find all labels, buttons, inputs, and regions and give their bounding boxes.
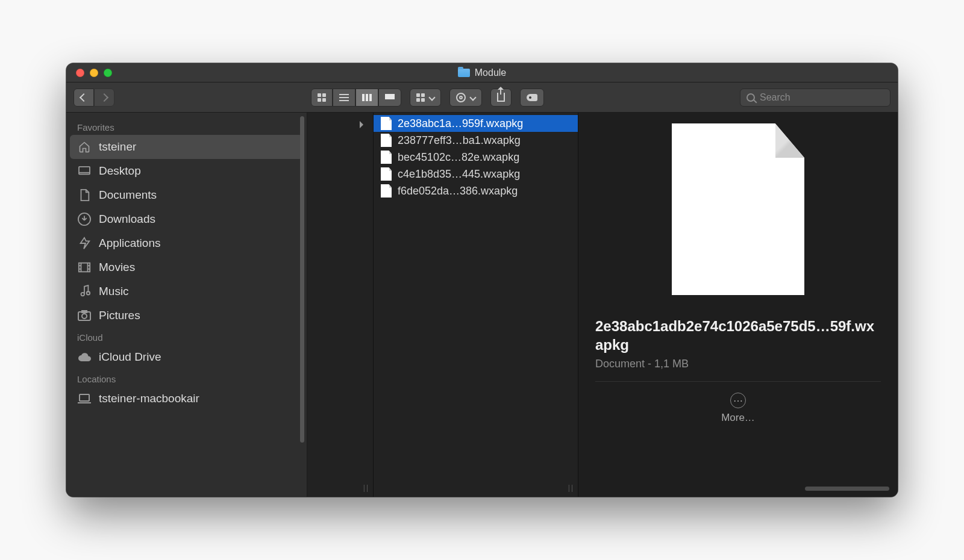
forward-button[interactable] <box>94 89 114 107</box>
document-icon <box>381 167 392 181</box>
preview-metadata: Document - 1,1 MB <box>595 358 881 370</box>
sidebar-item-documents[interactable]: Documents <box>66 183 307 207</box>
toolbar: Search <box>66 82 898 113</box>
sidebar-item-music[interactable]: Music <box>66 279 307 303</box>
view-list-button[interactable] <box>333 89 355 107</box>
sidebar-item-label: Movies <box>99 261 135 274</box>
sidebar-item-label: Desktop <box>99 164 141 178</box>
file-name: 2e38abc1a…959f.wxapkg <box>398 117 523 130</box>
sidebar-item-tsteiner-macbookair[interactable]: tsteiner-macbookair <box>66 387 307 411</box>
file-name: c4e1b8d35…445.wxapkg <box>398 168 520 181</box>
sidebar-item-label: Pictures <box>99 309 140 322</box>
svg-point-12 <box>82 314 87 319</box>
column-parent[interactable]: || <box>307 113 374 497</box>
column-resize-handle[interactable]: || <box>568 484 574 492</box>
sidebar-item-label: Applications <box>99 237 160 250</box>
fullscreen-window-button[interactable] <box>104 69 112 77</box>
document-icon <box>381 134 392 147</box>
sidebar-item-movies[interactable]: Movies <box>66 255 307 279</box>
sidebar-item-icloud-drive[interactable]: iCloud Drive <box>66 345 307 369</box>
view-gallery-button[interactable] <box>378 89 401 107</box>
chevron-right-icon <box>360 121 367 128</box>
sidebar-item-label: Documents <box>99 188 157 202</box>
file-thumbnail <box>672 123 804 295</box>
cloud-icon <box>77 351 92 363</box>
pictures-icon <box>77 310 92 322</box>
tags-button[interactable] <box>520 89 544 107</box>
sidebar-item-downloads[interactable]: Downloads <box>66 207 307 231</box>
laptop-icon <box>77 393 92 405</box>
sidebar-item-desktop[interactable]: Desktop <box>66 159 307 183</box>
downloads-icon <box>77 213 92 225</box>
sidebar-item-tsteiner[interactable]: tsteiner <box>70 135 303 159</box>
sidebar-item-applications[interactable]: Applications <box>66 231 307 255</box>
view-columns-button[interactable] <box>355 89 378 107</box>
column-resize-handle[interactable]: || <box>363 484 369 492</box>
more-icon: ⋯ <box>730 393 746 408</box>
window-controls <box>76 69 112 77</box>
sidebar-item-label: Music <box>99 285 129 298</box>
search-field[interactable]: Search <box>740 89 890 107</box>
file-row[interactable]: c4e1b8d35…445.wxapkg <box>374 166 578 182</box>
preview-pane: 2e38abc1adb2e74c1026a5e75d5…59f.wxapkg D… <box>578 113 898 497</box>
arrange-dropdown[interactable] <box>410 89 441 107</box>
share-button[interactable] <box>490 89 512 107</box>
file-name: f6de052da…386.wxapkg <box>398 185 518 198</box>
sidebar-item-label: iCloud Drive <box>99 350 161 364</box>
svg-point-10 <box>87 291 90 295</box>
close-window-button[interactable] <box>76 69 84 77</box>
desktop-icon <box>77 165 92 177</box>
sidebar-item-label: Downloads <box>99 213 155 226</box>
home-icon <box>77 141 92 153</box>
sidebar: FavoriteststeinerDesktopDocumentsDownloa… <box>66 113 307 497</box>
document-icon <box>381 184 392 198</box>
window-title: Module <box>475 67 506 78</box>
document-icon <box>381 151 392 164</box>
folder-icon <box>458 69 470 77</box>
titlebar: Module <box>66 63 898 82</box>
content-area: FavoriteststeinerDesktopDocumentsDownloa… <box>66 113 898 497</box>
file-name: bec45102c…82e.wxapkg <box>398 151 519 164</box>
svg-rect-3 <box>79 263 90 272</box>
sidebar-item-label: tsteiner <box>99 140 136 154</box>
horizontal-scrollbar[interactable] <box>805 487 889 491</box>
file-row[interactable]: bec45102c…82e.wxapkg <box>374 149 578 166</box>
more-actions[interactable]: ⋯ More… <box>595 393 881 424</box>
preview-filename: 2e38abc1adb2e74c1026a5e75d5…59f.wxapkg <box>595 317 881 354</box>
file-row[interactable]: f6de052da…386.wxapkg <box>374 182 578 199</box>
back-button[interactable] <box>74 89 94 107</box>
sidebar-section-header: iCloud <box>66 328 307 345</box>
column-files: || 2e38abc1a…959f.wxapkg238777eff3…ba1.w… <box>374 113 578 497</box>
finder-window: Module Search <box>66 63 898 497</box>
sidebar-item-pictures[interactable]: Pictures <box>66 303 307 328</box>
music-icon <box>77 285 92 297</box>
view-icons-button[interactable] <box>311 89 333 107</box>
sidebar-section-header: Favorites <box>66 117 307 135</box>
documents-icon <box>77 189 92 201</box>
file-row[interactable]: 238777eff3…ba1.wxapkg <box>374 132 578 149</box>
action-dropdown[interactable] <box>449 89 482 107</box>
file-row[interactable]: 2e38abc1a…959f.wxapkg <box>374 115 578 132</box>
document-icon <box>381 117 392 130</box>
svg-rect-14 <box>80 394 89 401</box>
applications-icon <box>77 237 92 249</box>
sidebar-item-label: tsteiner-macbookair <box>99 392 199 405</box>
view-mode-segment <box>311 89 401 107</box>
minimize-window-button[interactable] <box>90 69 98 77</box>
sidebar-section-header: Locations <box>66 369 307 387</box>
sidebar-scrollbar[interactable] <box>300 116 304 443</box>
movies-icon <box>77 261 92 273</box>
search-icon <box>746 93 755 102</box>
search-placeholder: Search <box>760 92 790 103</box>
file-name: 238777eff3…ba1.wxapkg <box>398 134 521 147</box>
